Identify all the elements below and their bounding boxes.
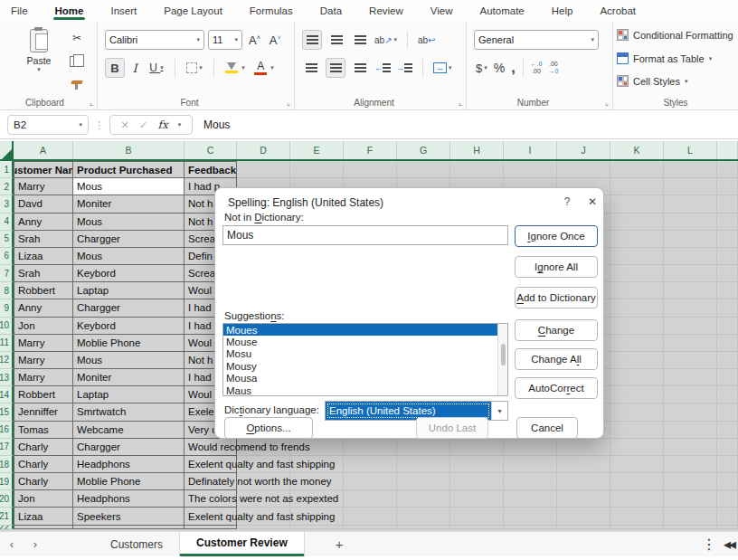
cell[interactable] bbox=[344, 490, 397, 508]
cell[interactable] bbox=[664, 508, 717, 525]
cell[interactable]: Anny bbox=[14, 214, 73, 231]
cell[interactable] bbox=[397, 526, 450, 530]
cell[interactable] bbox=[557, 490, 610, 508]
cell[interactable]: Robbert bbox=[14, 282, 73, 299]
sheet-tab-customer-review[interactable]: Customer Review bbox=[179, 532, 305, 556]
middle-align-button[interactable] bbox=[327, 30, 345, 50]
cell[interactable] bbox=[664, 335, 717, 352]
increase-font-size-button[interactable]: A˄ bbox=[246, 33, 263, 47]
cell[interactable] bbox=[557, 439, 610, 456]
cell[interactable]: Chargger bbox=[73, 231, 184, 248]
cell[interactable] bbox=[450, 439, 504, 456]
center-button[interactable] bbox=[326, 58, 345, 78]
underline-button[interactable]: U ▾ bbox=[145, 58, 168, 78]
cell[interactable] bbox=[557, 161, 610, 178]
cell[interactable] bbox=[717, 439, 738, 456]
cell[interactable] bbox=[610, 178, 664, 195]
cell[interactable] bbox=[610, 231, 664, 248]
italic-button[interactable]: I bbox=[127, 58, 143, 78]
cell[interactable] bbox=[610, 386, 664, 403]
cell[interactable] bbox=[717, 386, 738, 403]
cell[interactable]: The colors were not as expexted bbox=[184, 490, 237, 508]
comma-style-button[interactable]: , bbox=[511, 58, 515, 78]
cell[interactable] bbox=[557, 508, 610, 525]
dialog-help-button[interactable]: ? bbox=[559, 195, 575, 208]
cell[interactable]: Lizaa bbox=[14, 508, 73, 525]
column-header[interactable]: J bbox=[557, 141, 610, 159]
formula-bar-drag-handle[interactable]: ⋮ bbox=[94, 119, 104, 131]
cell[interactable] bbox=[450, 456, 504, 473]
cell[interactable] bbox=[610, 248, 664, 265]
cell[interactable]: Keybord bbox=[73, 318, 184, 335]
cell[interactable]: Charly bbox=[14, 439, 73, 456]
cell[interactable] bbox=[717, 161, 738, 178]
suggestion-item[interactable]: Moues bbox=[223, 324, 507, 336]
cell[interactable] bbox=[717, 473, 738, 490]
decrease-indent-button[interactable]: ← bbox=[374, 58, 391, 78]
font-size-select[interactable]: 11 ▾ bbox=[208, 30, 242, 50]
menu-tab-home[interactable]: Home bbox=[53, 2, 86, 20]
cell[interactable]: Moniter bbox=[73, 369, 184, 386]
cell[interactable] bbox=[610, 214, 664, 231]
cell[interactable] bbox=[450, 490, 504, 508]
cell[interactable] bbox=[397, 161, 450, 178]
row-header[interactable]: 5 bbox=[0, 231, 14, 248]
cell[interactable] bbox=[664, 178, 717, 195]
column-header[interactable]: C bbox=[184, 141, 237, 159]
cell[interactable]: Jon bbox=[14, 490, 73, 508]
suggestion-item[interactable]: Mouse bbox=[223, 336, 507, 347]
merge-center-button[interactable]: ↔ ▾ bbox=[433, 58, 451, 78]
scrollbar-thumb[interactable] bbox=[501, 344, 506, 365]
menu-tab-help[interactable]: Help bbox=[550, 2, 575, 20]
cell[interactable] bbox=[610, 456, 664, 473]
column-header[interactable]: E bbox=[290, 141, 344, 159]
cell[interactable] bbox=[664, 439, 717, 456]
cell[interactable]: Would recomend to frends bbox=[184, 439, 237, 456]
sheet-nav-left-icon[interactable]: ‹ bbox=[0, 537, 24, 551]
row-header[interactable]: 11 bbox=[0, 335, 14, 352]
cell[interactable] bbox=[610, 439, 664, 456]
cell[interactable] bbox=[610, 508, 664, 525]
cell[interactable]: Laptap bbox=[73, 386, 184, 403]
cell[interactable] bbox=[344, 526, 397, 530]
cell[interactable] bbox=[73, 526, 184, 530]
cell[interactable] bbox=[450, 526, 504, 530]
cell[interactable]: Moblie Phone bbox=[73, 473, 184, 490]
cell[interactable] bbox=[717, 318, 738, 335]
cell[interactable] bbox=[664, 248, 717, 265]
row-header[interactable]: 19 bbox=[0, 473, 14, 490]
cell[interactable] bbox=[664, 369, 717, 386]
cell-styles-button[interactable]: Cell Styles ▾ bbox=[617, 75, 687, 87]
menu-tab-view[interactable]: View bbox=[429, 2, 455, 20]
cell[interactable] bbox=[344, 508, 397, 525]
row-header[interactable]: 12 bbox=[0, 352, 14, 369]
cell[interactable] bbox=[450, 161, 504, 178]
bottom-align-button[interactable] bbox=[351, 30, 369, 50]
cell[interactable] bbox=[344, 439, 397, 456]
not-in-dictionary-input[interactable]: Mous bbox=[222, 225, 508, 245]
sheet-options-icon[interactable]: ⋮ bbox=[702, 536, 716, 553]
column-header[interactable]: G bbox=[397, 141, 450, 159]
paste-button[interactable]: Paste ▾ bbox=[20, 29, 58, 96]
cut-button[interactable]: ✂ bbox=[63, 29, 90, 47]
number-dialog-launcher-icon[interactable]: ⌞ bbox=[605, 98, 609, 107]
cell[interactable] bbox=[610, 473, 664, 490]
cell[interactable] bbox=[717, 403, 738, 421]
menu-tab-insert[interactable]: Insert bbox=[109, 2, 138, 20]
row-header[interactable]: 1 bbox=[0, 161, 14, 178]
cell[interactable] bbox=[610, 335, 664, 352]
suggestion-item[interactable]: Mousy bbox=[223, 360, 507, 372]
cell[interactable] bbox=[450, 508, 504, 525]
cell[interactable] bbox=[557, 526, 610, 530]
cell[interactable] bbox=[450, 473, 504, 490]
row-header[interactable]: 9 bbox=[0, 299, 14, 317]
clipboard-dialog-launcher-icon[interactable]: ⌞ bbox=[90, 98, 93, 107]
column-header[interactable]: K bbox=[610, 141, 664, 159]
suggestions-scrollbar[interactable] bbox=[497, 324, 507, 395]
row-header[interactable]: 6 bbox=[0, 248, 14, 265]
change-button[interactable]: Change bbox=[515, 319, 598, 341]
cell[interactable]: Laptap bbox=[73, 282, 184, 299]
cell[interactable]: Feedback bbox=[184, 161, 237, 178]
decrease-font-size-button[interactable]: A˅ bbox=[267, 33, 284, 47]
row-header[interactable]: 21 bbox=[0, 508, 14, 525]
